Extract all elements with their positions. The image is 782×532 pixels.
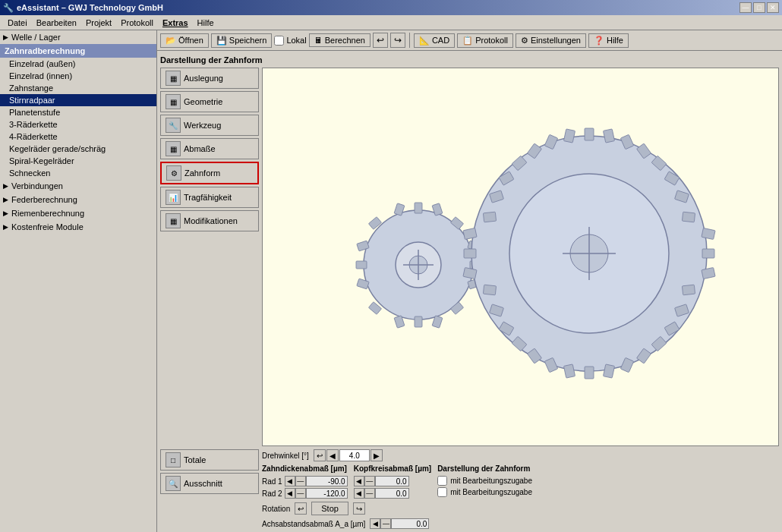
drehwinkel-minus[interactable]: ◀ [326,449,339,461]
arrow-right-icon-5: ▶ [3,223,8,231]
sidebar-item-3-raederkette[interactable]: 3-Räderkette [0,118,156,131]
sidebar-item-einzelrad-aussen[interactable]: Einzelrad (außen) [0,58,156,70]
menu-bearbeiten[interactable]: Bearbeiten [32,17,81,29]
help-button[interactable]: ❓ Hilfe [588,33,629,48]
menu-protokoll[interactable]: Protokoll [116,17,158,29]
open-icon: 📂 [166,36,176,46]
sidebar-item-verbindungen[interactable]: ▶ Verbindungen [0,179,156,193]
svg-rect-8 [356,261,367,269]
panel-title: Darstellung der Zahnform [160,54,779,68]
drehwinkel-plus[interactable]: ▶ [371,449,383,461]
checkbox1-row: mit Bearbeitungszugabe [437,476,532,486]
drehwinkel-label: Drehwinkel [°] [262,452,309,460]
sidebar-item-kostenfreie[interactable]: ▶ Kostenfreie Module [0,220,156,234]
sidebar-item-kegelraeder[interactable]: Kegelräder gerade/schräg [0,143,156,155]
kopf-rad1-minus[interactable]: — [364,476,375,486]
close-button[interactable]: ✕ [767,2,779,13]
checkbox2-row: mit Bearbeitungszugabe [437,487,532,497]
kopf-rad1-left[interactable]: ◀ [354,476,364,486]
sidebar-item-riemenberechnung[interactable]: ▶ Riemenberechnung [0,206,156,220]
abmasse-button[interactable]: ▦ Abmaße [160,138,259,159]
protocol-button[interactable]: 📋 Protokoll [457,33,513,48]
sidebar-label-federberechnung: Federberechnung [11,195,77,204]
sidebar-item-schnecken[interactable]: Schnecken [0,167,156,179]
tragfahigkeit-button[interactable]: 📊 Tragfähigkeit [160,187,259,208]
sidebar-item-stirnradpaar[interactable]: Stirnradpaar [0,94,156,106]
svg-rect-39 [682,212,695,222]
undo-button[interactable]: ↩ [373,33,388,48]
achsabstand-row: Achsabstandsabmaß A_a [µm] ◀ — [262,518,779,529]
sidebar-item-4-raederkette[interactable]: 4-Räderkette [0,131,156,143]
help-icon: ❓ [594,36,604,46]
checkbox1[interactable] [437,476,447,486]
cad-icon: 📐 [419,36,430,46]
rad2-left[interactable]: ◀ [285,488,295,499]
auslegung-button[interactable]: ▦ Auslegung [160,68,259,89]
checkbox2[interactable] [437,487,447,497]
rad1-left[interactable]: ◀ [285,476,295,486]
window-controls[interactable]: — □ ✕ [739,2,779,13]
rad1-minus[interactable]: — [295,476,306,486]
calculate-button[interactable]: 🖩 Berechnen [309,33,371,47]
minimize-button[interactable]: — [739,2,752,13]
sidebar-item-einzelrad-innen[interactable]: Einzelrad (innen) [0,70,156,82]
zahnform-button[interactable]: ⚙ Zahnform [160,162,259,184]
checkbox1-label: mit Bearbeitungszugabe [450,477,532,485]
drehwinkel-decrement[interactable]: ↩ [314,449,326,461]
werkzeug-button[interactable]: 🔧 Werkzeug [160,115,259,136]
geometrie-icon: ▦ [166,94,181,109]
svg-rect-44 [585,367,594,379]
rad1-spin: ◀ — [285,476,348,486]
rad2-input[interactable] [306,488,348,499]
rotation-back[interactable]: ↩ [295,502,307,515]
local-checkbox[interactable] [274,36,284,46]
kopf-rad2-row: ◀ — [354,488,431,499]
rotation-forward[interactable]: ↪ [353,502,365,515]
modifikationen-button[interactable]: ▦ Modifikationen [160,210,259,231]
ausschnitt-button[interactable]: 🔍 Ausschnitt [160,473,259,494]
sidebar-label-verbindungen: Verbindungen [11,181,63,190]
two-col-layout: ▦ Auslegung ▦ Geometrie 🔧 Werkzeug ▦ Abm… [160,68,779,446]
geometrie-button[interactable]: ▦ Geometrie [160,91,259,112]
kopf-rad2-left[interactable]: ◀ [354,488,364,499]
menu-hilfe[interactable]: Hilfe [193,17,219,29]
kopf-rad2-input[interactable] [375,488,409,499]
kopf-rad2-spin: ◀ — [354,488,409,499]
rad1-input[interactable] [306,476,348,486]
kopf-rad1-input[interactable] [375,476,409,486]
cad-button[interactable]: 📐 CAD [414,33,455,48]
sidebar-item-planetenstufe[interactable]: Planetenstufe [0,106,156,118]
protocol-icon: 📋 [462,36,473,46]
achsabstand-left[interactable]: ◀ [370,518,380,529]
separator-1 [409,33,410,48]
sidebar-item-zahnstange[interactable]: Zahnstange [0,82,156,94]
save-button[interactable]: 💾 Speichern [211,33,273,48]
drehwinkel-row: Drehwinkel [°] ↩ ◀ ▶ [262,449,779,461]
achsabstand-input[interactable] [391,518,429,529]
achsabstand-spin: ◀ — [370,518,429,529]
maximize-button[interactable]: □ [753,2,765,13]
drehwinkel-input[interactable] [339,449,370,461]
settings-button[interactable]: ⚙ Einstellungen [516,33,586,48]
zahndicke-title: Zahndickenabmaß [µm] [262,464,348,473]
open-button[interactable]: 📂 Öffnen [160,33,209,48]
achsabstand-minus[interactable]: — [380,518,391,529]
redo-button[interactable]: ↪ [390,33,405,48]
menu-extras[interactable]: Extras [158,17,193,29]
sidebar-item-spiral-kegelraeder[interactable]: Spiral-Kegelräder [0,155,156,167]
totale-button[interactable]: □ Totale [160,449,259,471]
kopf-rad2-minus[interactable]: — [364,488,375,499]
rad2-minus[interactable]: — [295,488,306,499]
menu-projekt[interactable]: Projekt [81,17,116,29]
zahndicke-rad1-row: Rad 1 ◀ — [262,476,348,486]
sidebar-item-welle[interactable]: ▶ Welle / Lager [0,30,156,44]
sidebar-item-federberechnung[interactable]: ▶ Federberechnung [0,193,156,206]
local-checkbox-label[interactable]: Lokal [274,36,306,46]
controls-section: Drehwinkel [°] ↩ ◀ ▶ Zahndickenabmaß [µm… [262,449,779,529]
bottom-section: □ Totale 🔍 Ausschnitt Drehwinkel [°] ↩ [160,449,779,529]
arrow-right-icon-2: ▶ [3,182,8,190]
auslegung-icon: ▦ [166,71,181,86]
stop-button[interactable]: Stop [311,502,348,515]
menu-datei[interactable]: Datei [3,17,32,29]
sidebar-group-label: Zahnradberechnung [5,46,85,55]
